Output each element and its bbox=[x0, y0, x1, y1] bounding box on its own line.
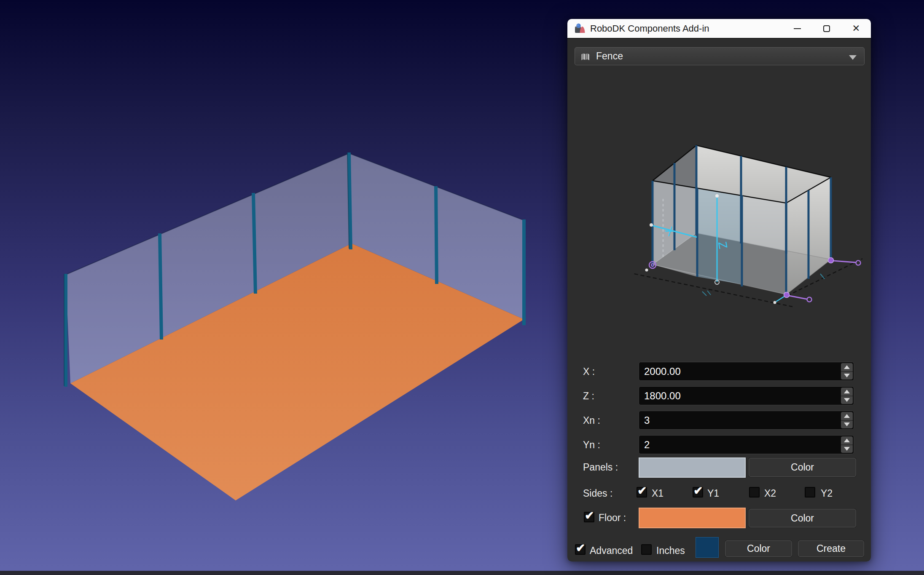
side-y1-label: Y1 bbox=[707, 488, 719, 499]
z-input[interactable] bbox=[639, 386, 854, 405]
robodk-logo-icon bbox=[574, 23, 586, 35]
panels-color-swatch bbox=[639, 457, 746, 478]
close-icon: ✕ bbox=[852, 24, 860, 33]
side-y1-checkbox[interactable]: ✔ bbox=[693, 487, 703, 497]
footer-color-button[interactable]: Color bbox=[725, 540, 792, 557]
arrow-up-icon bbox=[844, 365, 850, 369]
fence-preview-image: Z X bbox=[632, 136, 868, 313]
advanced-checkbox[interactable]: ✔ bbox=[575, 544, 586, 555]
maximize-icon bbox=[823, 25, 830, 32]
x-spinner bbox=[841, 363, 853, 380]
minimize-icon bbox=[794, 28, 801, 29]
arrow-down-icon bbox=[844, 398, 850, 402]
xn-spinner bbox=[841, 412, 853, 428]
arrow-up-icon bbox=[844, 439, 850, 442]
x-spin-up-button[interactable] bbox=[841, 363, 853, 371]
fence-icon bbox=[580, 51, 591, 62]
xn-field-group bbox=[639, 411, 854, 430]
floor-checkbox[interactable]: ✔ bbox=[584, 512, 594, 522]
xn-label: Xn : bbox=[583, 415, 600, 426]
xn-spin-down-button[interactable] bbox=[841, 420, 853, 429]
window-title: RoboDK Components Add-in bbox=[590, 23, 709, 34]
inches-label: Inches bbox=[656, 545, 685, 556]
frame-color-swatch bbox=[696, 537, 719, 558]
close-button[interactable]: ✕ bbox=[841, 19, 871, 38]
check-icon: ✔ bbox=[585, 509, 594, 522]
robodk-components-window: RoboDK Components Add-in ✕ Fence bbox=[567, 19, 871, 562]
chevron-down-icon bbox=[849, 55, 857, 60]
floor-color-button[interactable]: Color bbox=[749, 509, 856, 527]
side-x1-label: X1 bbox=[652, 488, 663, 499]
z-label: Z : bbox=[583, 390, 594, 402]
side-x2-label: X2 bbox=[764, 488, 776, 499]
xn-input[interactable] bbox=[639, 411, 854, 430]
advanced-label: Advanced bbox=[590, 545, 633, 556]
side-y2-checkbox[interactable]: ✔ bbox=[805, 487, 815, 497]
inches-checkbox[interactable]: ✔ bbox=[641, 544, 652, 555]
arrow-down-icon bbox=[844, 447, 850, 451]
taskbar-edge bbox=[0, 571, 924, 575]
yn-input[interactable] bbox=[639, 435, 854, 454]
arrow-down-icon bbox=[844, 423, 850, 426]
z-field-group bbox=[639, 386, 854, 405]
panels-label: Panels : bbox=[583, 462, 618, 473]
arrow-up-icon bbox=[844, 414, 850, 418]
check-icon: ✔ bbox=[576, 541, 586, 555]
yn-spin-down-button[interactable] bbox=[841, 444, 853, 453]
x-input[interactable] bbox=[639, 362, 854, 381]
side-x1-checkbox[interactable]: ✔ bbox=[637, 487, 647, 497]
floor-color-swatch bbox=[639, 508, 746, 528]
x-field-group bbox=[639, 362, 854, 381]
component-selector-dropdown[interactable]: Fence bbox=[575, 47, 865, 65]
panels-color-button[interactable]: Color bbox=[749, 458, 856, 477]
check-icon: ✔ bbox=[693, 484, 703, 497]
side-y2-label: Y2 bbox=[821, 488, 833, 499]
yn-label: Yn : bbox=[583, 439, 600, 451]
yn-spinner bbox=[841, 436, 853, 453]
arrow-down-icon bbox=[844, 374, 850, 377]
xn-spin-up-button[interactable] bbox=[841, 412, 853, 420]
z-spin-up-button[interactable] bbox=[841, 388, 853, 396]
side-x2-checkbox[interactable]: ✔ bbox=[749, 487, 760, 497]
maximize-button[interactable] bbox=[812, 19, 841, 38]
yn-spin-up-button[interactable] bbox=[841, 436, 853, 444]
minimize-button[interactable] bbox=[782, 19, 812, 38]
x-label: X : bbox=[583, 366, 595, 377]
z-spin-down-button[interactable] bbox=[841, 396, 853, 404]
floor-label: Floor : bbox=[599, 512, 626, 524]
yn-field-group bbox=[639, 435, 854, 454]
create-button[interactable]: Create bbox=[798, 540, 864, 557]
titlebar[interactable]: RoboDK Components Add-in ✕ bbox=[567, 19, 871, 38]
dialog-content: Fence bbox=[567, 38, 871, 562]
arrow-up-icon bbox=[844, 390, 850, 393]
component-selector-value: Fence bbox=[596, 51, 623, 62]
check-icon: ✔ bbox=[637, 484, 647, 497]
x-spin-down-button[interactable] bbox=[841, 371, 853, 380]
sides-label: Sides : bbox=[583, 488, 612, 499]
z-spinner bbox=[841, 388, 853, 404]
